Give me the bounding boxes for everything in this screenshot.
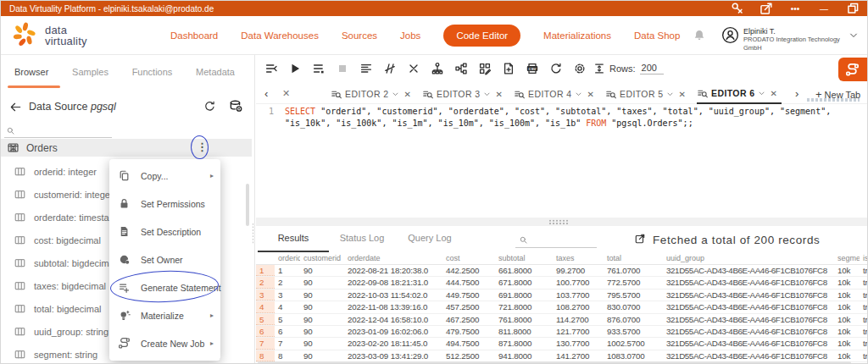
- clear-icon[interactable]: [407, 62, 420, 75]
- nav-item-jobs[interactable]: Jobs: [400, 30, 420, 41]
- database-settings-icon[interactable]: [228, 99, 243, 113]
- editor-tab-editor-3[interactable]: EDITOR 3✕: [422, 84, 507, 104]
- refresh-icon[interactable]: [549, 62, 563, 75]
- brand-logo[interactable]: data virtuality: [11, 21, 87, 49]
- table-row[interactable]: 44902022-11-08 13:39:16.0457.2500721.800…: [256, 301, 868, 313]
- table-row[interactable]: 11902022-08-21 18:20:38.0442.2500661.800…: [256, 265, 868, 277]
- header-cell-uuid-group[interactable]: uuid_group: [663, 254, 834, 264]
- editor-tab-editor-5[interactable]: EDITOR 5✕: [605, 84, 690, 104]
- cell-segment: 10k: [834, 301, 860, 312]
- sidebar-item-orders[interactable]: Orders ⋮: [1, 139, 252, 157]
- key-icon[interactable]: [723, 1, 752, 16]
- cell-is-10k: true: [860, 301, 868, 312]
- header-cell-orderid[interactable]: orderid: [275, 254, 300, 264]
- export-icon[interactable]: [634, 233, 646, 245]
- table-row[interactable]: 66902023-01-09 16:02:06.0479.7500811.800…: [256, 326, 868, 338]
- tabs-scroll-right[interactable]: ›: [795, 87, 798, 100]
- header-cell-customerid[interactable]: customerid: [300, 254, 344, 264]
- header-cell-cost[interactable]: cost: [442, 254, 495, 264]
- cell-total: 761.0700: [604, 265, 663, 276]
- sidebar-search[interactable]: [1, 126, 255, 140]
- user-menu[interactable]: Elpiniki T. PRODATO Integration Technolo…: [743, 27, 843, 52]
- menu-item-set-description[interactable]: Set Description: [109, 218, 220, 245]
- chevron-down-icon[interactable]: [758, 90, 765, 97]
- field-label: cost: bigdecimal: [34, 235, 101, 245]
- tab-close-icon[interactable]: ✕: [282, 88, 290, 99]
- run-icon[interactable]: [288, 62, 302, 75]
- more-dots-icon[interactable]: •••: [781, 1, 810, 16]
- bell-icon[interactable]: [693, 29, 706, 42]
- editor-tab-editor-6[interactable]: EDITOR 6✕: [697, 84, 782, 104]
- nav-item-dashboard[interactable]: Dashboard: [170, 30, 218, 41]
- comment-icon[interactable]: [383, 62, 397, 75]
- chevron-down-icon[interactable]: [575, 91, 582, 98]
- sidebar-tab-browser[interactable]: Browser: [14, 67, 48, 77]
- header-cell-segment[interactable]: segment: [834, 254, 860, 264]
- nav-item-code-editor[interactable]: Code Editor: [443, 25, 520, 47]
- sidebar-scrollbar[interactable]: [246, 184, 249, 226]
- cell-segment: 10k: [834, 265, 860, 276]
- popout-icon[interactable]: [752, 1, 781, 16]
- menu-item-generate-statement[interactable]: Generate Statement: [109, 273, 220, 301]
- menu-item-materialize[interactable]: Materialize▸: [109, 301, 220, 329]
- dependencies-icon[interactable]: [454, 62, 468, 75]
- run-from-cursor-icon[interactable]: [264, 62, 278, 75]
- table-row[interactable]: 88902023-03-09 13:41:29.0512.2500941.800…: [256, 350, 868, 362]
- settings-icon[interactable]: [573, 62, 587, 75]
- back-arrow-icon[interactable]: [9, 101, 22, 113]
- results-search-input[interactable]: [515, 247, 597, 248]
- tab-close-icon[interactable]: ✕: [587, 90, 593, 99]
- materialize-icon: [118, 309, 131, 322]
- tab-close-icon[interactable]: ✕: [770, 89, 776, 98]
- chevron-down-icon[interactable]: [666, 91, 674, 98]
- chevron-down-icon[interactable]: [392, 91, 399, 98]
- table-row[interactable]: 77902023-02-20 18:11:45.0494.7500871.800…: [256, 338, 868, 350]
- menu-item-set-owner[interactable]: Set Owner: [109, 245, 220, 273]
- restore-icon[interactable]: [838, 1, 867, 16]
- minimize-icon[interactable]: —: [810, 1, 838, 16]
- stop-icon[interactable]: [336, 62, 349, 75]
- table-row[interactable]: 22902022-09-08 18:21:31.0444.7500671.800…: [256, 277, 868, 289]
- header-cell-subtotal[interactable]: subtotal: [495, 254, 553, 264]
- results-tab-status-log[interactable]: Status Log: [331, 233, 393, 243]
- header-cell-orderdate[interactable]: orderdate: [344, 254, 442, 264]
- tab-close-icon[interactable]: ✕: [678, 90, 685, 99]
- query-plan-icon[interactable]: [431, 62, 444, 75]
- results-tab-query-log[interactable]: Query Log: [398, 233, 461, 243]
- editor-tab-editor-2[interactable]: EDITOR 2✕: [331, 84, 415, 104]
- menu-item-set-permissions[interactable]: Set Permissions: [109, 190, 220, 218]
- run-all-icon[interactable]: [312, 62, 326, 75]
- refresh-icon[interactable]: [203, 100, 216, 113]
- create-job-button[interactable]: [838, 58, 868, 81]
- new-file-icon[interactable]: [502, 62, 515, 75]
- export-csv-icon[interactable]: CSV: [526, 62, 539, 75]
- menu-item-create-new-job[interactable]: Create New Job▸: [109, 329, 220, 357]
- sidebar-tab-metadata[interactable]: Metadata: [196, 67, 235, 77]
- editor-tab-editor-4[interactable]: EDITOR 4✕: [514, 84, 598, 104]
- nav-item-data-warehouses[interactable]: Data Warehouses: [241, 30, 319, 41]
- results-splitter[interactable]: [256, 218, 868, 226]
- collapse-icon[interactable]: [7, 141, 19, 154]
- sidebar-tab-functions[interactable]: Functions: [132, 67, 173, 77]
- tabs-scroll-left[interactable]: ‹: [264, 87, 268, 100]
- table-row[interactable]: 33902022-10-03 11:54:02.0449.7500691.800…: [256, 290, 868, 301]
- nav-item-materializations[interactable]: Materializations: [543, 30, 611, 41]
- chevron-down-icon[interactable]: [483, 91, 491, 98]
- snippets-icon[interactable]: [478, 62, 492, 75]
- header-cell-total[interactable]: total: [604, 254, 663, 264]
- header-cell-is-10k[interactable]: is_10k: [860, 254, 868, 264]
- header-cell-taxes[interactable]: taxes: [553, 254, 604, 264]
- table-row[interactable]: 55902022-12-04 16:58:10.0467.2500761.800…: [256, 314, 868, 326]
- avatar[interactable]: [721, 26, 739, 44]
- format-icon[interactable]: [359, 62, 373, 75]
- sidebar-tab-samples[interactable]: Samples: [72, 67, 108, 77]
- rows-input[interactable]: 200: [640, 63, 664, 74]
- chevron-down-icon[interactable]: [849, 30, 859, 41]
- nav-item-sources[interactable]: Sources: [342, 30, 377, 41]
- tab-close-icon[interactable]: ✕: [495, 90, 502, 99]
- menu-item-copy[interactable]: Copy...▸: [109, 162, 220, 190]
- results-tab-results[interactable]: Results: [263, 233, 324, 243]
- tab-close-icon[interactable]: ✕: [403, 90, 410, 99]
- panel-splitter-handle[interactable]: [252, 223, 254, 245]
- nav-item-data-shop[interactable]: Data Shop: [634, 30, 680, 41]
